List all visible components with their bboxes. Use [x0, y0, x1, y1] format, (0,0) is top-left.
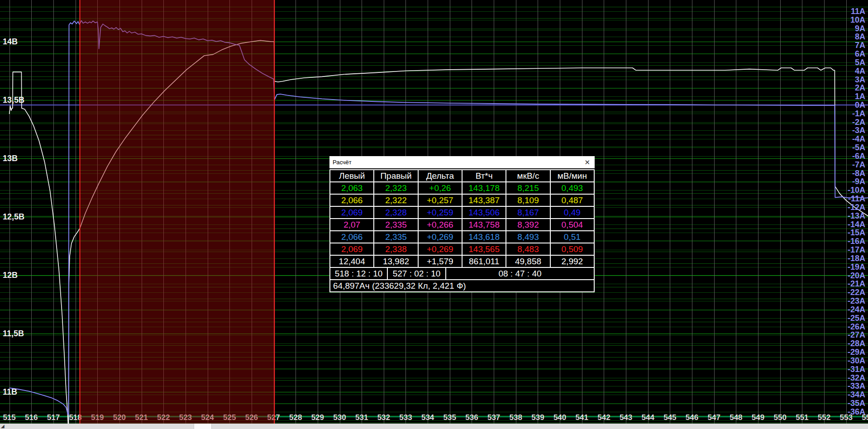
calc-cell: 2,066: [330, 194, 374, 206]
calc-cell: 861,011: [462, 255, 506, 267]
calc-cell: 0,509: [550, 243, 594, 255]
calc-dialog: Расчёт ✕ ЛевыйПравыйДельтаВт*чмкВ/смВ/ми…: [329, 156, 595, 292]
calc-dialog-title: Расчёт: [333, 159, 352, 166]
scrollbar-corner-glyph: ◢: [1, 424, 5, 429]
right-axis-label: -24A: [848, 305, 865, 314]
right-axis-label: -27A: [848, 330, 865, 339]
right-axis-label: -14A: [848, 220, 865, 229]
x-tick-label: 539: [531, 413, 544, 422]
calc-cell: 2,069: [330, 243, 374, 255]
right-axis-label: -5A: [852, 143, 865, 152]
calc-cell: 2,07: [330, 219, 374, 231]
calc-cell: 12,404: [330, 255, 374, 267]
left-axis-label: 12,5В: [3, 212, 24, 221]
calc-header-row: ЛевыйПравыйДельтаВт*чмкВ/смВ/мин: [330, 170, 594, 182]
right-axis-label: 9A: [855, 24, 865, 33]
calc-cell: 8,483: [506, 243, 550, 255]
span-time: 08 : 47 : 40: [445, 267, 595, 280]
right-axis-label: 1A: [855, 92, 865, 101]
x-tick-label: 550: [774, 413, 787, 422]
calc-dialog-titlebar[interactable]: Расчёт ✕: [329, 156, 595, 168]
calc-cell: 2,992: [550, 255, 594, 267]
calc-cell: 8,493: [506, 231, 550, 243]
left-axis-label: 12В: [3, 271, 18, 280]
calc-data-row: 2,0692,328+0,259143,5068,1670,49: [330, 206, 594, 219]
app-window: 5155165175185195205215225235245255265275…: [0, 0, 868, 429]
calc-time-row: 518 : 12 : 10 527 : 02 : 10 08 : 47 : 40: [329, 267, 595, 280]
x-tick-label: 542: [597, 413, 610, 422]
right-axis-label: -7A: [852, 160, 865, 169]
calc-cell: +1,579: [418, 255, 462, 267]
right-cursor-time: 527 : 02 : 10: [387, 267, 446, 280]
x-tick-label: 541: [576, 413, 588, 422]
calc-cell: 2,323: [374, 182, 418, 194]
right-axis-label: -33A: [848, 381, 865, 391]
calc-cell: 8,392: [506, 219, 550, 231]
right-axis-label: 0A: [855, 100, 865, 110]
x-tick-label: 516: [25, 413, 38, 422]
x-tick-label: 515: [3, 413, 15, 422]
right-axis-label: -34A: [848, 390, 865, 399]
capacity-total: 64,897Ач (233629,32 Кл, 2,421 Ф): [329, 279, 595, 292]
calc-data-row: 2,072,335+0,266143,7588,3920,504: [330, 219, 594, 231]
right-axis-label: -31A: [848, 365, 865, 374]
right-axis-label: -25A: [848, 314, 865, 323]
calc-data-row: 12,40413,982+1,579861,01149,8582,992: [330, 255, 594, 267]
right-axis-label: -28A: [848, 339, 865, 348]
calc-cell: +0,257: [418, 194, 462, 206]
calc-cell: 2,069: [330, 206, 374, 219]
right-axis-label: -35A: [848, 399, 865, 408]
right-axis-label: -9A: [852, 177, 865, 186]
calc-header-cell: Правый: [374, 170, 418, 182]
x-tick-label: 549: [752, 413, 764, 422]
right-axis-label: -15A: [848, 228, 865, 237]
calc-header-cell: Вт*ч: [462, 170, 506, 182]
left-axis-label: 11,5В: [3, 329, 24, 338]
x-tick-label: 535: [444, 413, 456, 422]
left-axis-label: 13,5В: [3, 95, 24, 105]
right-axis-label: -30A: [848, 356, 865, 365]
x-tick-label: 534: [421, 413, 434, 422]
calc-cell: 2,066: [330, 231, 374, 243]
right-axis-label: -36A: [848, 407, 865, 416]
calc-cell: 143,387: [462, 194, 506, 206]
right-axis-label: -21A: [848, 279, 865, 288]
right-axis-label: -20A: [848, 271, 865, 280]
calc-cell: 2,338: [374, 243, 418, 255]
calc-cell: 143,178: [462, 182, 506, 194]
right-axis-label: -3A: [852, 126, 865, 135]
x-tick-label: 545: [663, 413, 676, 422]
calc-cell: +0,259: [418, 206, 462, 219]
right-axis-label: -12A: [848, 203, 865, 212]
horizontal-scrollbar[interactable]: [0, 424, 868, 429]
x-tick-label: 540: [553, 413, 566, 422]
right-axis-label: 4A: [855, 67, 865, 76]
calc-cell: 8,109: [506, 194, 550, 206]
x-tick-label: 546: [686, 413, 698, 422]
right-axis-label: -13A: [848, 211, 865, 220]
calc-cell: 0,49: [550, 206, 594, 219]
right-axis-label: -23A: [848, 296, 865, 305]
right-axis-label: -2A: [852, 118, 865, 127]
right-axis-label: -26A: [848, 322, 865, 331]
x-tick-label: 537: [487, 413, 500, 422]
scrollbar-thumb[interactable]: [194, 424, 212, 429]
calc-cell: 143,506: [462, 206, 506, 219]
right-axis-label: 6A: [855, 49, 865, 58]
right-axis-label: 8A: [855, 32, 865, 41]
calc-cell: 0,487: [550, 194, 594, 206]
x-tick-label: 543: [620, 413, 632, 422]
calc-cell: +0,269: [418, 243, 462, 255]
close-icon[interactable]: ✕: [583, 159, 591, 166]
right-axis-label: -4A: [852, 134, 865, 143]
x-tick-label: 528: [289, 413, 302, 422]
right-axis-label: -6A: [852, 152, 865, 161]
x-tick-label: 551: [796, 413, 808, 422]
right-axis-label: 10A: [850, 15, 865, 24]
calc-cell: +0,26: [418, 182, 462, 194]
selection-region[interactable]: [80, 0, 274, 424]
calc-cell: 2,322: [374, 194, 418, 206]
calc-cell: 8,167: [506, 206, 550, 219]
x-tick-label: 532: [377, 413, 390, 422]
calc-cell: 143,758: [462, 219, 506, 231]
